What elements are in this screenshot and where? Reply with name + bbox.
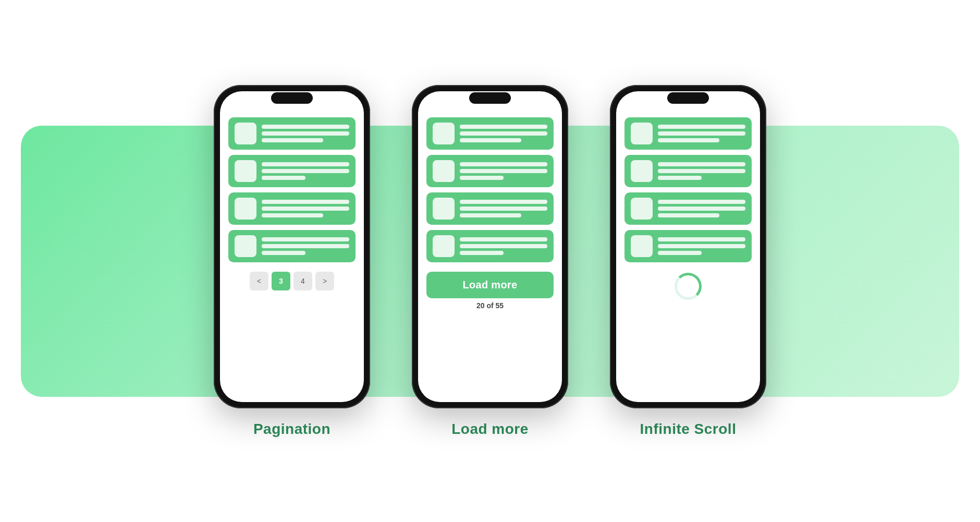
item-line (460, 251, 504, 255)
item-thumb (235, 160, 256, 182)
item-line (460, 237, 547, 241)
item-line (262, 251, 305, 255)
phone-column-loadmore: Load more 20 of 55 Load more (412, 85, 568, 438)
item-lines (262, 200, 349, 217)
item-line (262, 213, 323, 217)
item-thumb (235, 235, 256, 257)
list-item (624, 117, 752, 150)
list-item (228, 230, 356, 262)
pagination-page-4-button[interactable]: 4 (293, 272, 312, 290)
phone-column-infinite: Infinite Scroll (610, 85, 766, 438)
item-thumb (235, 198, 256, 220)
load-more-area: Load more 20 of 55 (426, 268, 554, 314)
item-lines (658, 125, 745, 142)
item-thumb (433, 123, 455, 144)
item-lines (460, 200, 547, 217)
item-line (262, 131, 349, 136)
list-item (228, 155, 356, 187)
phones-container: < 3 4 > Pagination (0, 85, 980, 438)
item-line (262, 138, 323, 142)
item-thumb (235, 123, 256, 144)
item-line (262, 162, 349, 166)
item-lines (658, 237, 745, 255)
item-line (658, 207, 745, 211)
list-item (426, 155, 554, 187)
list-item (228, 117, 356, 150)
item-line (460, 125, 547, 129)
phone-screen-pagination: < 3 4 > (220, 91, 364, 402)
item-thumb (631, 123, 653, 144)
phone-content-pagination: < 3 4 > (220, 91, 364, 402)
item-lines (460, 237, 547, 255)
pagination-label: Pagination (253, 421, 330, 438)
item-line (460, 176, 504, 180)
phone-content-loadmore: Load more 20 of 55 (418, 91, 562, 402)
list-item (426, 230, 554, 262)
item-lines (262, 125, 349, 142)
item-line (658, 138, 719, 142)
item-thumb (433, 160, 455, 182)
phone-pagination: < 3 4 > (214, 85, 370, 408)
item-line (658, 237, 745, 241)
phone-infinite (610, 85, 766, 408)
list-item (426, 117, 554, 150)
item-line (658, 200, 745, 204)
item-line (262, 125, 349, 129)
item-thumb (631, 235, 653, 257)
item-thumb (433, 198, 455, 220)
phone-notch-loadmore (469, 92, 511, 104)
phone-notch-infinite (667, 92, 709, 104)
list-item (426, 192, 554, 225)
item-line (262, 244, 349, 248)
item-line (658, 213, 719, 217)
list-item (228, 192, 356, 225)
load-more-counter: 20 of 55 (476, 301, 504, 310)
item-line (262, 200, 349, 204)
pagination-page-3-button[interactable]: 3 (272, 272, 290, 290)
item-thumb (631, 160, 653, 182)
item-lines (262, 237, 349, 255)
item-line (262, 176, 305, 180)
item-line (658, 162, 745, 166)
phone-screen-infinite (616, 91, 760, 402)
item-line (460, 131, 547, 136)
loadmore-label: Load more (451, 421, 529, 438)
item-thumb (631, 198, 653, 220)
phone-loadmore: Load more 20 of 55 (412, 85, 568, 408)
item-line (262, 237, 349, 241)
pagination-prev-button[interactable]: < (250, 272, 268, 290)
infinite-label: Infinite Scroll (640, 421, 737, 438)
infinite-scroll-spinner (675, 273, 702, 300)
phone-column-pagination: < 3 4 > Pagination (214, 85, 370, 438)
item-line (460, 213, 521, 217)
item-line (262, 169, 349, 173)
item-line (658, 251, 702, 255)
item-line (460, 138, 521, 142)
item-lines (658, 200, 745, 217)
item-lines (658, 162, 745, 180)
list-item (624, 192, 752, 225)
item-lines (460, 162, 547, 180)
item-line (262, 207, 349, 211)
item-line (460, 207, 547, 211)
item-line (460, 200, 547, 204)
infinite-scroll-area (624, 268, 752, 305)
load-more-button[interactable]: Load more (426, 272, 554, 298)
scene: < 3 4 > Pagination (0, 0, 980, 522)
pagination-controls: < 3 4 > (228, 268, 356, 295)
item-line (658, 131, 745, 136)
phone-notch-pagination (271, 92, 313, 104)
item-lines (460, 125, 547, 142)
item-lines (262, 162, 349, 180)
item-line (460, 169, 547, 173)
list-item (624, 155, 752, 187)
list-item (624, 230, 752, 262)
item-line (658, 125, 745, 129)
item-line (658, 176, 702, 180)
pagination-next-button[interactable]: > (315, 272, 334, 290)
item-line (460, 162, 547, 166)
phone-content-infinite (616, 91, 760, 402)
item-thumb (433, 235, 455, 257)
item-line (658, 169, 745, 173)
item-line (460, 244, 547, 248)
